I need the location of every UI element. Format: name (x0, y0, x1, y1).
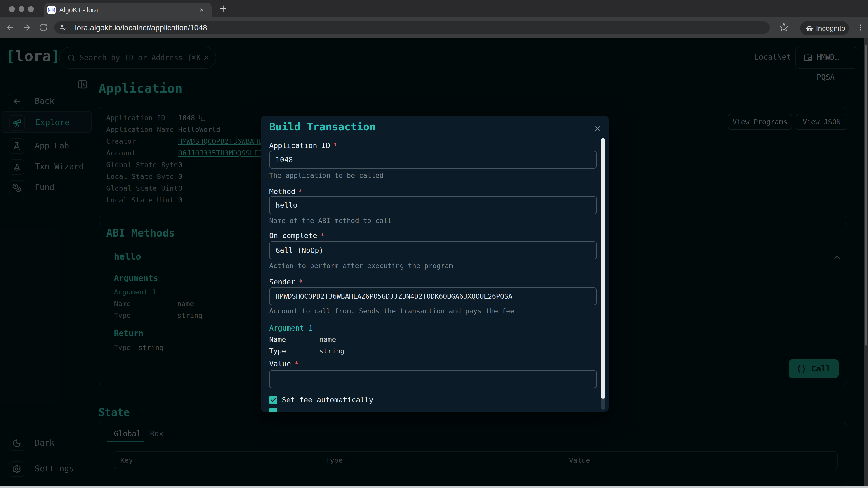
browser-toolbar: lora.algokit.io/localnet/application/104… (0, 17, 868, 38)
incognito-badge: Incognito (800, 21, 849, 35)
traffic-light-close[interactable] (9, 6, 15, 12)
window-bottom-edge (0, 486, 868, 488)
site-settings-icon[interactable] (59, 24, 67, 31)
screen: [ak] AlgoKit - lora lora.algokit.io/loca… (0, 0, 868, 488)
reload-icon[interactable] (39, 23, 48, 32)
back-icon[interactable] (6, 23, 15, 32)
method-helper: Name of the ABI method to call (269, 217, 392, 224)
tab-favicon: [ak] (48, 6, 56, 14)
bookmark-star-icon[interactable] (779, 22, 789, 32)
modal-scrollbar (601, 138, 605, 410)
url-text: lora.algokit.io/localnet/application/104… (75, 22, 207, 34)
on-complete-select[interactable]: Call (NoOp) (269, 241, 597, 259)
check-icon (270, 397, 276, 403)
required-marker: * (320, 231, 324, 240)
browser-menu-icon[interactable] (856, 23, 865, 32)
application-id-helper: The application to be called (269, 172, 383, 179)
tab-close-icon[interactable] (198, 6, 205, 13)
method-select[interactable]: hello (269, 196, 597, 214)
set-fee-label: Set fee automatically (282, 396, 373, 404)
set-fee-checkbox[interactable] (269, 396, 277, 404)
browser-tab[interactable]: [ak] AlgoKit - lora (44, 3, 212, 17)
sender-input[interactable] (269, 287, 597, 305)
modal-scrollbar-thumb[interactable] (601, 138, 605, 398)
build-transaction-modal: Build Transaction Application ID* The ap… (261, 116, 609, 412)
modal-title: Build Transaction (269, 121, 376, 133)
traffic-light-zoom[interactable] (28, 6, 34, 12)
incognito-label: Incognito (816, 21, 845, 35)
chevron-down-icon (276, 201, 590, 209)
chevron-down-icon (276, 247, 590, 254)
new-tab-button[interactable] (218, 4, 228, 13)
tab-title: AlgoKit - lora (59, 3, 98, 17)
partial-checkbox[interactable] (269, 408, 277, 412)
browser-tab-strip: [ak] AlgoKit - lora (0, 0, 868, 17)
address-bar[interactable]: lora.algokit.io/localnet/application/104… (54, 22, 770, 34)
on-complete-helper: Action to perform after executing the pr… (269, 263, 453, 269)
required-marker: * (299, 278, 303, 286)
application-id-input[interactable] (269, 151, 597, 168)
browser-scrollbar (864, 38, 868, 488)
modal-argument-heading: Argument 1 (269, 324, 313, 332)
required-marker: * (294, 359, 298, 368)
traffic-light-minimize[interactable] (19, 6, 24, 12)
value-input[interactable] (269, 370, 597, 388)
required-marker: * (299, 187, 303, 196)
browser-scrollbar-thumb[interactable] (865, 45, 867, 346)
forward-icon[interactable] (22, 23, 31, 32)
sender-helper: Account to call from. Sends the transact… (269, 308, 514, 315)
incognito-icon (805, 24, 814, 33)
close-icon[interactable] (593, 124, 602, 133)
required-marker: * (333, 141, 338, 150)
